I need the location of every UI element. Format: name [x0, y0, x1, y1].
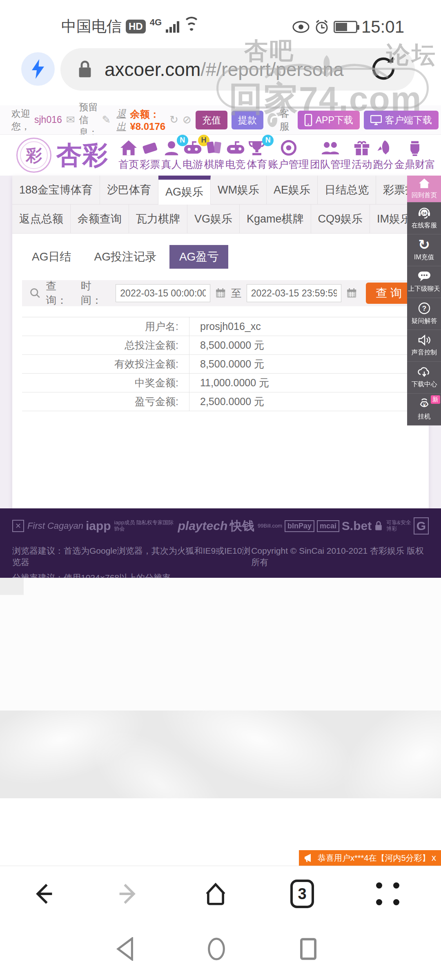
tab-cq9[interactable]: CQ9娱乐 [311, 205, 370, 233]
logo-flower-icon: 彩 [16, 138, 51, 173]
tab-fandian[interactable]: 返点总额 [12, 205, 71, 233]
battery-icon [334, 21, 357, 33]
new-badge: 新 [431, 395, 440, 404]
row-value: 2,500.0000 元 [189, 395, 264, 408]
tab-ae[interactable]: AE娱乐 [267, 176, 318, 204]
faded-image-fragment [0, 578, 24, 595]
cards-icon [205, 140, 223, 156]
calendar-icon[interactable] [215, 287, 226, 299]
content-area: 188金宝博体育 沙巴体育 AG娱乐 WM娱乐 AE娱乐 日结总览 彩票报表 充… [0, 176, 441, 508]
refresh-balance-icon[interactable]: ↻ [169, 114, 178, 126]
back-button[interactable] [27, 878, 59, 910]
status-bar: 中国电信 HD 4G 15:01 [0, 0, 441, 41]
withdraw-button[interactable]: 提款 [232, 111, 263, 129]
reload-button[interactable] [368, 53, 399, 85]
tab-188[interactable]: 188金宝博体育 [12, 176, 100, 204]
logo-playtech: playtech [178, 519, 228, 533]
date-from-input[interactable] [116, 284, 210, 302]
emblem-icon: ✕ [12, 520, 24, 532]
sidebar-item-backhome[interactable]: 回到首页 [407, 176, 441, 203]
system-back-button[interactable] [109, 933, 142, 965]
page-footer: ✕First Cagayan iappiapp成员 隐私权专家国际协会 play… [0, 508, 441, 578]
subtab-ag-yingkui[interactable]: AG盈亏 [169, 245, 228, 269]
tab-rijie[interactable]: 日结总览 [318, 176, 376, 204]
logo-blnpay: blnPay [285, 520, 314, 532]
tab-wali[interactable]: 瓦力棋牌 [129, 205, 187, 233]
tab-yue[interactable]: 余额查询 [71, 205, 129, 233]
nav-item-sports[interactable]: N 体育 [247, 140, 267, 171]
nav-item-esports[interactable]: 电竞 [225, 140, 246, 171]
edit-icon[interactable]: ✎ [102, 114, 111, 126]
nav-item-account[interactable]: 账户管理 [268, 140, 309, 171]
phone-screen: 中国电信 HD 4G 15:01 axcoer.com/#/report/per… [0, 0, 441, 980]
svg-text:?: ? [422, 305, 426, 312]
logo-gamcare: G [414, 517, 429, 535]
megaphone-icon [304, 853, 314, 863]
app-download-button[interactable]: APP下载 [298, 111, 360, 129]
below-footer-area [0, 578, 441, 710]
home-button[interactable] [199, 878, 232, 910]
date-to-input[interactable] [247, 284, 341, 302]
nav-item-paofen[interactable]: 跑分 [373, 140, 394, 171]
floating-sidebar: 回到首页 24 在线客服 ↻ IM充值 上下级聊天 ? 疑问解答 声音控制 下载… [407, 176, 441, 425]
sidebar-item-download[interactable]: 下载中心 [407, 362, 441, 394]
hide-balance-icon[interactable]: ⊘ [183, 114, 192, 126]
nav-item-egames[interactable]: H 电游 [183, 140, 203, 171]
svg-text:24: 24 [422, 211, 426, 215]
nav-item-promos[interactable]: 活动 [352, 140, 372, 171]
nav-item-live[interactable]: N 真人 [161, 140, 182, 171]
lightning-icon [31, 59, 45, 79]
sidebar-item-chat[interactable]: 上下级聊天 [407, 266, 441, 298]
quick-access-button[interactable] [21, 52, 55, 86]
row-label: 盈亏金额: [22, 392, 189, 411]
ring-icon [280, 140, 298, 156]
sidebar-item-faq[interactable]: ? 疑问解答 [407, 298, 441, 330]
forward-button[interactable] [112, 878, 145, 910]
recharge-button[interactable]: 充值 [196, 111, 227, 129]
sidebar-item-service[interactable]: 24 在线客服 [407, 203, 441, 234]
gamepad2-icon [226, 140, 245, 156]
hd-badge: HD [126, 20, 146, 33]
tabs-button[interactable]: 3 [286, 878, 318, 910]
nav-item-jinding[interactable]: 金鼎财富 [394, 140, 435, 171]
report-table: 用户名:prosjh016_xc 总投注金额:8,500.0000 元 有效投注… [22, 317, 419, 411]
nav-item-cards[interactable]: 棋牌 [204, 140, 224, 171]
logo-mcai: mcai [317, 520, 339, 532]
menu-button[interactable] [372, 878, 404, 910]
speaker-icon [418, 334, 431, 346]
nav-item-team[interactable]: 团队管理 [310, 140, 351, 171]
copyright: Copyright © SinCai 2010-2021 杏彩娱乐 版权所有 [251, 545, 429, 568]
system-navbar [0, 921, 441, 980]
tab-kgame[interactable]: Kgame棋牌 [240, 205, 311, 233]
bottom-nav-area: 3 [0, 866, 441, 980]
nav-item-lottery[interactable]: 彩票 [140, 140, 160, 171]
back-arrow-icon [30, 881, 56, 907]
win-notification[interactable]: 恭喜用户x***4在【河内5分彩】中奖31296元 x [299, 850, 441, 866]
sidebar-item-guaji[interactable]: 新 ¥ 挂机 [407, 394, 441, 425]
subtab-ag-touzhu[interactable]: AG投注记录 [84, 245, 166, 269]
logout-link[interactable]: 退出 [116, 107, 126, 133]
customer-service-button[interactable]: 客服 [267, 107, 294, 133]
nav-item-home[interactable]: 首页 [118, 140, 139, 171]
gift-icon [353, 140, 371, 156]
tab-ag[interactable]: AG娱乐 [158, 176, 211, 205]
client-download-button[interactable]: 客户端下载 [364, 111, 439, 129]
sidebar-item-sound[interactable]: 声音控制 [407, 330, 441, 362]
tab-wm[interactable]: WM娱乐 [211, 176, 267, 204]
site-logo[interactable]: 彩 杏彩 [16, 138, 109, 173]
close-icon[interactable]: x [429, 853, 436, 863]
nav-items: 首页 彩票 N 真人 H 电游 棋牌 电竞 [118, 140, 435, 171]
system-home-button[interactable] [200, 933, 233, 965]
system-recents-button[interactable] [292, 933, 325, 965]
url-host: axcoer.com [105, 59, 200, 80]
calendar-icon[interactable] [346, 287, 357, 299]
ticket-icon [141, 140, 159, 156]
subtab-ag-rijie[interactable]: AG日结 [22, 245, 81, 269]
tab-vg[interactable]: VG娱乐 [187, 205, 240, 233]
sidebar-item-im-recharge[interactable]: ↻ IM充值 [407, 234, 441, 266]
money-bag-icon: ¥ [418, 398, 431, 410]
query-submit-button[interactable]: 查 询 [366, 283, 412, 304]
tab-shaba[interactable]: 沙巴体育 [100, 176, 158, 204]
mail-icon[interactable]: ✉ [66, 114, 75, 126]
url-bar[interactable]: axcoer.com/#/report/persona [60, 48, 415, 91]
